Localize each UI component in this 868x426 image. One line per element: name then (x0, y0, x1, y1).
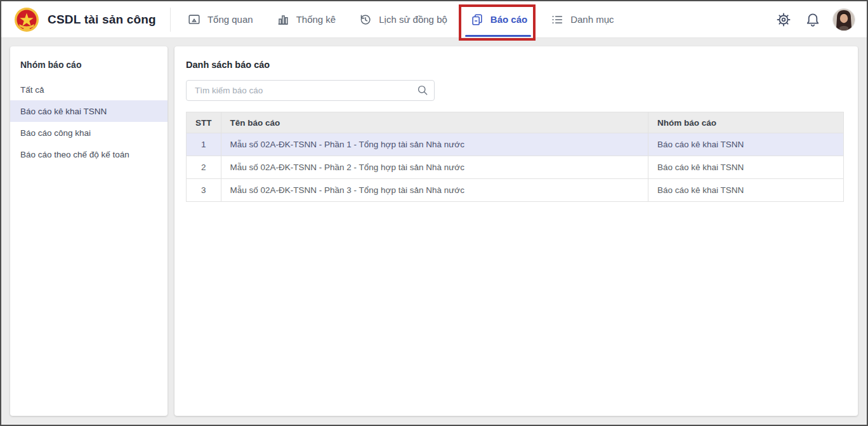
nav-tab-danh-muc[interactable]: Danh mục (549, 1, 615, 37)
cell-stt: 2 (187, 156, 221, 179)
report-icon (470, 13, 484, 27)
nav-tab-tong-quan[interactable]: Tổng quan (186, 1, 254, 37)
avatar-image (833, 9, 855, 30)
cell-report-name: Mẫu số 02A-ĐK-TSNN - Phần 2 - Tổng hợp t… (221, 156, 648, 179)
gear-icon (775, 11, 792, 28)
sync-history-icon (358, 13, 372, 27)
column-header-stt: STT (187, 112, 221, 133)
cell-report-group: Báo cáo kê khai TSNN (648, 156, 844, 179)
sidebar-item-label: Báo cáo công khai (20, 128, 91, 138)
vietnam-emblem-logo (14, 7, 39, 32)
catalog-icon (550, 13, 564, 27)
nav-tab-label: Lịch sử đồng bộ (379, 14, 447, 25)
search-box (186, 80, 435, 101)
sidebar-item-label: Báo cáo theo chế độ kế toán (20, 150, 129, 159)
header-divider (170, 8, 171, 32)
cell-report-name: Mẫu số 02A-ĐK-TSNN - Phần 1 - Tổng hợp t… (221, 133, 648, 156)
overview-icon (187, 13, 201, 27)
content-area: Nhóm báo cáo Tất cả Báo cáo kê khai TSNN… (1, 38, 867, 425)
sidebar-item-label: Báo cáo kê khai TSNN (20, 107, 107, 116)
app-window: CSDL tài sản công Tổng quan Thống kê (0, 0, 868, 426)
cell-report-name: Mẫu số 02A-ĐK-TSNN - Phần 3 - Tổng hợp t… (221, 179, 648, 202)
sidebar-item-bao-cao-theo-che-do-ke-toan[interactable]: Báo cáo theo chế độ kế toán (10, 143, 168, 165)
nav-tab-lich-su-dong-bo[interactable]: Lịch sử đồng bộ (357, 1, 449, 37)
statistics-icon (276, 13, 290, 27)
sidebar-item-label: Tất cả (20, 85, 44, 95)
sidebar-item-tat-ca[interactable]: Tất cả (10, 79, 168, 100)
user-avatar[interactable] (832, 8, 855, 31)
app-header: CSDL tài sản công Tổng quan Thống kê (1, 1, 867, 38)
page-title: Danh sách báo cáo (186, 60, 844, 70)
report-group-sidebar: Nhóm báo cáo Tất cả Báo cáo kê khai TSNN… (10, 46, 168, 416)
sidebar-item-bao-cao-ke-khai-tsnn[interactable]: Báo cáo kê khai TSNN (10, 100, 168, 122)
table-row[interactable]: 2 Mẫu số 02A-ĐK-TSNN - Phần 2 - Tổng hợp… (187, 156, 844, 179)
nav-tab-label: Thống kê (296, 14, 336, 25)
nav-tab-label: Danh mục (570, 14, 614, 25)
cell-report-group: Báo cáo kê khai TSNN (648, 133, 844, 156)
sidebar-title: Nhóm báo cáo (10, 55, 168, 79)
report-list-panel: Danh sách báo cáo STT Tên báo cáo Nhóm b… (174, 46, 858, 416)
table-header-row: STT Tên báo cáo Nhóm báo cáo (187, 112, 844, 133)
app-title: CSDL tài sản công (48, 13, 156, 27)
bell-icon (805, 11, 821, 28)
nav-tab-thong-ke[interactable]: Thống kê (275, 1, 338, 37)
table-row[interactable]: 3 Mẫu số 02A-ĐK-TSNN - Phần 3 - Tổng hợp… (187, 179, 844, 202)
settings-button[interactable] (774, 10, 793, 29)
active-tab-underline (465, 35, 531, 37)
nav-tab-label: Báo cáo (490, 14, 527, 25)
sidebar-item-bao-cao-cong-khai[interactable]: Báo cáo công khai (10, 122, 168, 143)
nav-tab-bao-cao[interactable]: Báo cáo (469, 1, 529, 37)
column-header-group: Nhóm báo cáo (648, 112, 844, 133)
cell-stt: 1 (187, 133, 221, 156)
cell-report-group: Báo cáo kê khai TSNN (648, 179, 844, 202)
search-icon[interactable] (416, 84, 429, 97)
column-header-name: Tên báo cáo (221, 112, 648, 133)
notifications-button[interactable] (803, 10, 822, 29)
report-table: STT Tên báo cáo Nhóm báo cáo 1 Mẫu số 02… (186, 112, 844, 202)
table-row[interactable]: 1 Mẫu số 02A-ĐK-TSNN - Phần 1 - Tổng hợp… (187, 133, 844, 156)
nav-tab-label: Tổng quan (207, 14, 253, 25)
main-nav: Tổng quan Thống kê Lịch sử đồng bộ (186, 1, 636, 37)
cell-stt: 3 (187, 179, 221, 202)
search-input[interactable] (186, 80, 435, 101)
